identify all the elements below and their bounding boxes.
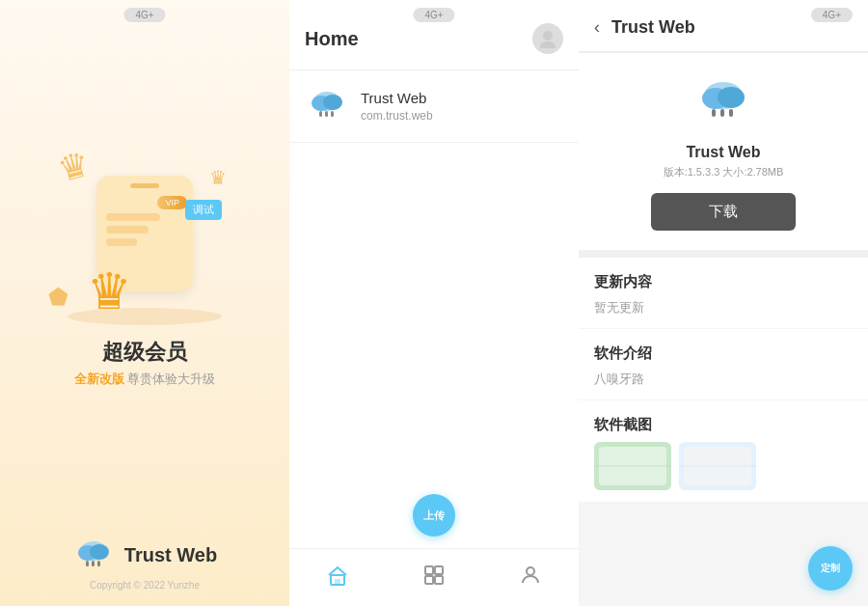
grid-icon xyxy=(422,564,446,592)
svg-rect-13 xyxy=(331,111,334,117)
left-panel: 4G+ ♛ ♛ VIP 调试 ♛ ⬟ 超级会员 xyxy=(0,0,289,606)
home-icon xyxy=(326,564,349,592)
svg-rect-25 xyxy=(720,109,724,117)
nav-user[interactable] xyxy=(500,556,561,600)
subtitle-suffix: 尊贵体验大升级 xyxy=(127,372,215,386)
svg-point-10 xyxy=(323,95,342,110)
svg-rect-24 xyxy=(712,109,716,117)
intro-section: 软件介绍 八嗅牙路 xyxy=(579,329,868,399)
svg-point-23 xyxy=(718,87,745,108)
screenshot-2 xyxy=(679,442,756,490)
right-title: Trust Web xyxy=(611,17,695,38)
screenshots-row xyxy=(594,442,853,490)
debug-badge: 调试 xyxy=(185,200,222,220)
svg-rect-18 xyxy=(425,576,433,584)
app-package: com.trust.web xyxy=(361,109,433,123)
user-icon xyxy=(519,564,542,592)
screenshot-1 xyxy=(594,442,671,490)
svg-rect-26 xyxy=(729,109,733,117)
subtitle: 全新改版 尊贵体验大升级 xyxy=(74,371,216,388)
detail-app-icon xyxy=(692,72,754,134)
user-avatar[interactable] xyxy=(532,23,563,54)
nav-grid[interactable] xyxy=(403,556,465,600)
detail-app-name: Trust Web xyxy=(686,144,760,161)
phone-notch xyxy=(130,183,159,188)
middle-badge: 4G+ xyxy=(413,8,454,22)
update-content: 暂无更新 xyxy=(594,299,853,317)
screenshots-section: 软件截图 xyxy=(579,400,868,502)
crown-right-icon: ♛ xyxy=(209,166,227,189)
download-button[interactable]: 下载 xyxy=(651,193,796,231)
svg-rect-19 xyxy=(435,576,443,584)
trust-web-logo-icon xyxy=(72,534,115,576)
bottom-nav xyxy=(289,548,579,606)
app-icon xyxy=(305,84,349,128)
subtitle-highlight: 全新改版 xyxy=(74,372,124,386)
crown-top-icon: ♛ xyxy=(53,143,94,190)
app-list-item[interactable]: Trust Web com.trust.web xyxy=(289,70,579,143)
svg-point-2 xyxy=(90,544,109,560)
intro-title: 软件介绍 xyxy=(594,344,853,363)
update-section: 更新内容 暂无更新 xyxy=(579,258,868,328)
right-panel: 4G+ ‹ Trust Web Trust Web 版本:1.5.3.3 大小:… xyxy=(579,0,868,606)
svg-point-6 xyxy=(543,31,553,41)
phone-line xyxy=(106,226,149,234)
phone-line xyxy=(106,213,160,221)
svg-rect-12 xyxy=(325,111,328,117)
app-info: Trust Web com.trust.web xyxy=(361,90,433,123)
svg-rect-17 xyxy=(435,566,443,574)
copyright-text: Copyright © 2022 Yunzhe xyxy=(90,580,200,591)
intro-content: 八嗅牙路 xyxy=(594,371,853,388)
phone-illustration: ♛ ♛ VIP 调试 ♛ ⬟ xyxy=(48,147,241,320)
svg-point-7 xyxy=(540,41,556,48)
trust-web-name: Trust Web xyxy=(124,544,217,566)
app-detail: Trust Web 版本:1.5.3.3 大小:2.78MB 下载 xyxy=(579,53,868,258)
detail-version: 版本:1.5.3.3 大小:2.78MB xyxy=(664,165,784,179)
svg-rect-5 xyxy=(97,561,100,566)
update-title: 更新内容 xyxy=(594,273,853,291)
illustration-area: ♛ ♛ VIP 调试 ♛ ⬟ 超级会员 全新改版 尊贵体验大升 xyxy=(0,0,289,534)
app-list: Trust Web com.trust.web xyxy=(289,70,579,548)
svg-rect-15 xyxy=(335,579,340,585)
phone-lines xyxy=(102,213,187,246)
svg-rect-11 xyxy=(319,111,322,117)
star-icon: ⬟ xyxy=(48,284,68,311)
svg-rect-4 xyxy=(92,561,95,566)
main-title: 超级会员 xyxy=(102,338,187,367)
trust-web-logo-bottom: Trust Web xyxy=(72,534,217,576)
app-name: Trust Web xyxy=(361,90,433,106)
vip-tag: VIP xyxy=(157,196,187,209)
screenshots-title: 软件截图 xyxy=(594,416,853,434)
customize-fab[interactable]: 定制 xyxy=(808,546,853,591)
home-title: Home xyxy=(305,28,359,50)
upload-fab[interactable]: 上传 xyxy=(413,494,455,537)
nav-home[interactable] xyxy=(307,556,368,600)
phone-line xyxy=(106,238,137,246)
middle-panel: Home 4G+ Trust Web com xyxy=(289,0,579,606)
svg-rect-16 xyxy=(425,566,433,574)
ground-shadow xyxy=(68,308,222,325)
svg-point-20 xyxy=(527,567,534,575)
back-button[interactable]: ‹ xyxy=(594,17,600,38)
right-badge: 4G+ xyxy=(811,8,853,22)
svg-rect-3 xyxy=(86,561,89,566)
left-bottom: Trust Web Copyright © 2022 Yunzhe xyxy=(72,534,217,591)
right-header: 4G+ ‹ Trust Web xyxy=(579,0,868,53)
